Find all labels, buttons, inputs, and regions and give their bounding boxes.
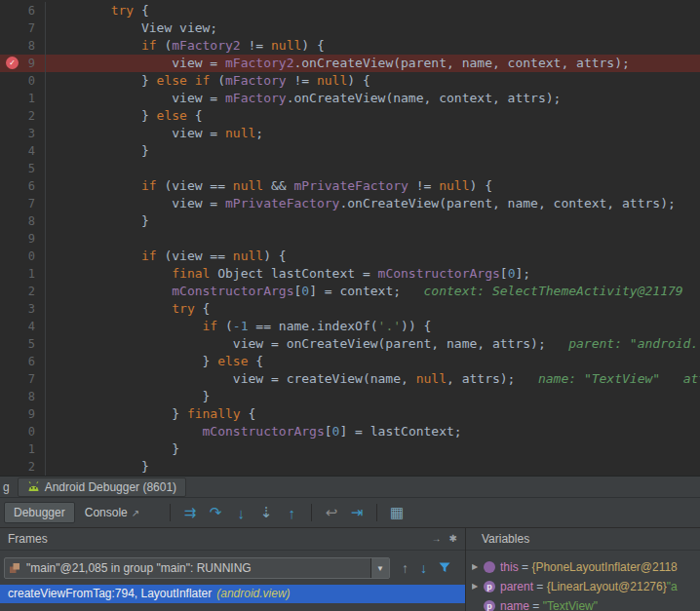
breakpoint-icon[interactable]: ✓ [6,57,19,69]
step-out-icon[interactable]: ↑ [279,505,304,521]
stack-frame-item[interactable]: createViewFromTag:794, LayoutInflater(an… [0,585,465,603]
code-line[interactable]: 1 } [0,440,700,458]
code-line[interactable]: 9 [0,230,700,248]
line-number[interactable]: 5 [0,160,46,177]
line-number[interactable]: 2 [0,458,46,476]
show-execution-point-icon[interactable]: ⇉ [177,504,203,521]
view-breakpoints-grid-icon[interactable]: ▦ [384,504,409,521]
variable-row[interactable]: ▶pparent = {LinearLayout@21276} "a [472,577,700,596]
line-number-text: 2 [28,460,35,474]
line-number[interactable]: 2 [0,283,46,300]
code-line[interactable]: 3 view = null; [0,125,700,142]
code-token: finally [187,406,241,421]
next-frame-button[interactable]: ↓ [420,560,427,576]
line-number[interactable]: 6 [0,2,46,19]
line-number[interactable]: 9 [0,405,46,423]
code-line[interactable]: 2 mConstructorArgs[0] = context; context… [0,283,700,300]
code-line[interactable]: 8 if (mFactory2 != null) { [0,37,700,55]
tab-android-debugger[interactable]: Android Debugger (8601) [18,477,186,497]
code-token [50,424,203,439]
code-line[interactable]: ✓9 view = mFactory2.onCreateView(parent,… [0,55,700,72]
variables-tree[interactable]: ▶this = {PhoneLayoutInflater@2118▶pparen… [466,551,700,611]
line-number-text: 1 [28,92,35,105]
code-line[interactable]: 5 view = onCreateView(parent, name, attr… [0,335,700,353]
line-number[interactable]: 3 [0,300,46,318]
pin-icon[interactable]: ✱ [449,528,457,550]
line-number[interactable]: 0 [0,248,46,265]
code-token: else [217,354,248,368]
variable-row[interactable]: pname = "TextView" [472,596,700,611]
code-line[interactable]: 8 } [0,388,700,405]
code-line[interactable]: 7 view = mPrivateFactory.onCreateView(pa… [0,195,700,212]
code-token: } [50,389,210,403]
line-number[interactable]: 2 [0,107,46,125]
run-to-cursor-icon[interactable]: ⇥ [344,504,369,521]
chevron-down-icon[interactable]: ▼ [370,558,389,578]
line-number[interactable]: 7 [0,19,46,37]
debug-session-tabbar: g Android Debugger (8601) [0,477,700,498]
code-line[interactable]: 2 } [0,458,700,476]
code-token: [ [325,424,332,439]
line-number[interactable]: 7 [0,370,46,388]
code-line[interactable]: 0 } else if (mFactory != null) { [0,72,700,90]
code-line[interactable]: 2 } else { [0,107,700,125]
line-number[interactable]: ✓9 [0,55,46,72]
line-number[interactable]: 6 [0,177,46,195]
variable-row[interactable]: ▶this = {PhoneLayoutInflater@2118 [472,557,700,577]
code-line[interactable]: 5 [0,160,700,177]
variable-name: this [500,557,519,577]
code-token: (view == [157,178,233,193]
line-number[interactable]: 3 [0,125,46,142]
line-number[interactable]: 7 [0,195,46,212]
code-editor[interactable]: 6 try {7 View view;8 if (mFactory2 != nu… [0,0,700,476]
line-number[interactable]: 1 [0,440,46,458]
code-token: .onCreateView(parent, name, context, att… [339,196,675,210]
line-number[interactable]: 8 [0,212,46,230]
code-line[interactable]: 8 } [0,212,700,230]
line-number[interactable]: 4 [0,318,46,335]
code-token [50,178,141,193]
code-line[interactable]: 7 View view; [0,19,700,37]
line-number[interactable]: 0 [0,423,46,440]
force-step-into-icon[interactable]: ⇣ [253,504,279,521]
expand-arrow-icon[interactable]: ▶ [472,557,484,577]
frames-body: "main"@21,085 in group "main": RUNNING ▼… [0,551,465,611]
tab-console[interactable]: Console ↗ [75,502,149,523]
line-number[interactable]: 1 [0,90,46,107]
line-number[interactable]: 8 [0,37,46,55]
filter-frames-icon[interactable] [439,560,450,576]
line-number[interactable]: 8 [0,388,46,405]
code-line[interactable]: 1 final Object lastContext = mConstructo… [0,265,700,283]
step-over-icon[interactable]: ↷ [203,504,228,521]
line-number[interactable]: 5 [0,335,46,353]
toolbar-separator [311,504,312,521]
code-text: mConstructorArgs[0] = context; context: … [46,283,683,300]
code-token: try [111,3,134,18]
code-line[interactable]: 1 view = mFactory.onCreateView(name, con… [0,90,700,107]
variable-name: parent [500,577,533,596]
line-number[interactable]: 9 [0,230,46,248]
code-text: } finally { [46,405,255,423]
code-line[interactable]: 0 mConstructorArgs[0] = lastContext; [0,423,700,440]
line-number[interactable]: 1 [0,265,46,283]
code-line[interactable]: 6 } else { [0,353,700,370]
code-line[interactable]: 6 if (view == null && mPrivateFactory !=… [0,177,700,195]
code-line[interactable]: 0 if (view == null) { [0,248,700,265]
code-line[interactable]: 6 try { [0,2,700,19]
code-line[interactable]: 3 try { [0,300,700,318]
restore-layout-icon[interactable]: → [432,528,442,550]
line-number[interactable]: 0 [0,72,46,90]
code-text: try { [46,300,210,318]
line-number[interactable]: 4 [0,142,46,160]
code-line[interactable]: 7 view = createView(name, null, attrs); … [0,370,700,388]
line-number[interactable]: 6 [0,353,46,370]
previous-frame-button[interactable]: ↑ [402,560,408,576]
thread-selector[interactable]: "main"@21,085 in group "main": RUNNING ▼ [4,557,390,579]
tab-debugger[interactable]: Debugger [4,502,75,523]
code-line[interactable]: 9 } finally { [0,405,700,423]
step-into-icon[interactable]: ↓ [228,505,253,521]
code-line[interactable]: 4 } [0,142,700,160]
drop-frame-icon[interactable]: ↩ [319,504,344,521]
expand-arrow-icon[interactable]: ▶ [472,577,484,596]
code-line[interactable]: 4 if (-1 == name.indexOf('.')) { [0,318,700,335]
